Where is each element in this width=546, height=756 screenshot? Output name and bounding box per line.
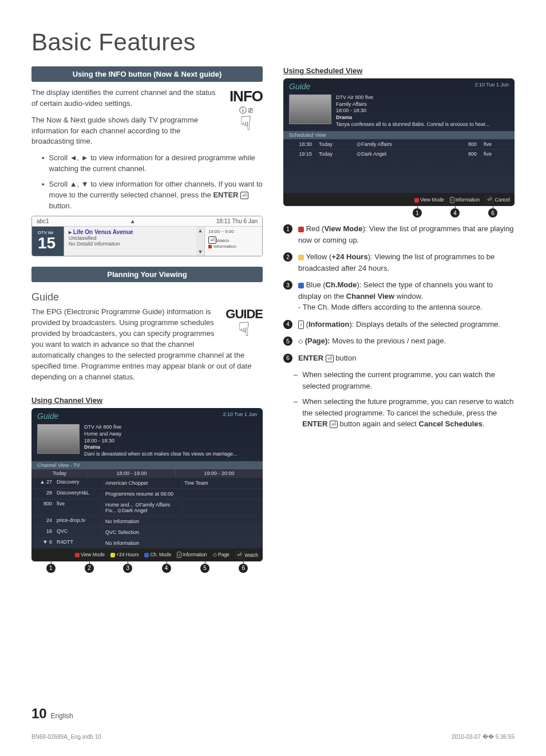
sv-time: 2:10 Tue 1 Jun [474, 82, 509, 91]
sv-meta: DTV Air 800 five Family Affairs 18:00 - … [336, 94, 489, 128]
item-6: 6 ENTER ⏎ button [283, 353, 515, 364]
info-word: INFO [230, 88, 263, 105]
cv-row: ▼ 6R4DTTNo Information [31, 537, 263, 548]
cv-footer: View Mode +24 Hours Ch. Mode iInformatio… [31, 548, 263, 561]
cv-callouts: 123456 [31, 564, 263, 573]
para-1: The display identifies the current chann… [31, 88, 263, 109]
cv-meta: DTV Air 800 five Home and Away 18:00 - 1… [84, 424, 238, 457]
sv-row: 19:15Today⊙Dark Angel800five [283, 149, 515, 159]
sv-footer: View Mode iInformation ⏎ Cancel [283, 193, 515, 206]
programme-info: ▸ Life On Venus Avenue Unclassified No D… [64, 227, 196, 256]
sv-row: 18:30Today⊙Family Affairs800five [283, 139, 515, 149]
item-3-note: - The Ch. Mode differs according to the … [298, 302, 515, 313]
footer-left: BN68-02689A_Eng.indb 10 [31, 734, 101, 740]
cv-row: ▲ 27DiscoveryAmerican ChopperTine Team [31, 477, 263, 488]
hand-icon: ☟ [230, 116, 263, 131]
cv-row: 24price-drop.tvNo Information [31, 516, 263, 527]
cv-title: Guide [37, 411, 58, 421]
sv-title: Guide [289, 82, 310, 91]
now-next-strip: abc1 ▲ 18:11 Thu 6 Jan DTV Air 15 ▸ Life… [31, 216, 263, 256]
up-arrow-icon: ▲ [130, 218, 136, 224]
page-title: Basic Features [31, 29, 515, 56]
cv-row: 28DiscoveryH&LProgrammes resume at 06:00 [31, 488, 263, 499]
using-scheduled-view-head: Using Scheduled View [283, 66, 515, 75]
sv-callouts: 146 [283, 208, 515, 217]
cv-tab: Channel View - TV [31, 461, 263, 469]
channel-view-panel: Guide 2:10 Tue 1 Jun DTV Air 800 five Ho… [31, 408, 263, 561]
item-4: 4 i (Information): Displays details of t… [283, 319, 515, 330]
sv-thumbnail [289, 94, 331, 124]
footer-right: 2010-03-07 �� 5:36:55 [452, 734, 515, 740]
item-5: 5 ◇ (Page): Moves to the previous / next… [283, 335, 515, 347]
clock-text: 18:11 Thu 6 Jan [216, 218, 258, 224]
page-number: 10 English [31, 706, 73, 722]
bullet-2: Scroll ▲, ▼ to view information for othe… [42, 179, 263, 212]
dash-1: When selecting the current programme, yo… [294, 369, 515, 391]
left-column: Using the INFO button (Now & Next guide)… [31, 66, 263, 573]
cv-row: 16QVCQVC Selection [31, 527, 263, 537]
dash-2: When selecting the future programme, you… [294, 396, 515, 430]
info-button-illustration: INFO ⓘ ⎚ ☟ [230, 88, 263, 131]
hand-icon: ☟ [225, 322, 263, 337]
right-column: Using Scheduled View Guide 2:10 Tue 1 Ju… [283, 66, 515, 573]
para-2: The Now & Next guide shows daily TV prog… [31, 115, 263, 148]
manual-page: Basic Features Using the INFO button (No… [0, 0, 546, 756]
enter-icon: ⏎ [240, 192, 248, 199]
guide-heading: Guide [31, 291, 263, 303]
enter-icon: ⏎ [326, 355, 334, 362]
bullet-1: Scroll ◄, ► to view information for a de… [42, 153, 263, 175]
cv-row: 800fiveHome and... ⊙Family Affairs Fiv..… [31, 499, 263, 516]
section-header-planning: Planning Your Viewing [31, 267, 263, 282]
item-2: 2 Yellow (+24 Hours): Viewing the list o… [283, 251, 515, 274]
guide-button-illustration: GUIDE ☟ [225, 307, 263, 337]
cv-thumbnail [37, 424, 80, 454]
section-header-info: Using the INFO button (Now & Next guide) [31, 66, 263, 82]
cv-time: 2:10 Tue 1 Jun [223, 411, 257, 421]
item-1: 1 Red (View Mode): View the list of prog… [283, 223, 515, 246]
sv-tab: Scheduled View [283, 131, 515, 139]
footer: BN68-02689A_Eng.indb 10 2010-03-07 �� 5:… [31, 734, 515, 740]
scheduled-view-panel: Guide 2:10 Tue 1 Jun DTV Air 800 five Fa… [283, 78, 515, 206]
channel-label: abc1 [37, 218, 49, 224]
channel-number-box: DTV Air 15 [32, 227, 64, 256]
item-3: 3 Blue (Ch.Mode): Select the type of cha… [283, 279, 515, 313]
using-channel-view-head: Using Channel View [31, 396, 263, 405]
